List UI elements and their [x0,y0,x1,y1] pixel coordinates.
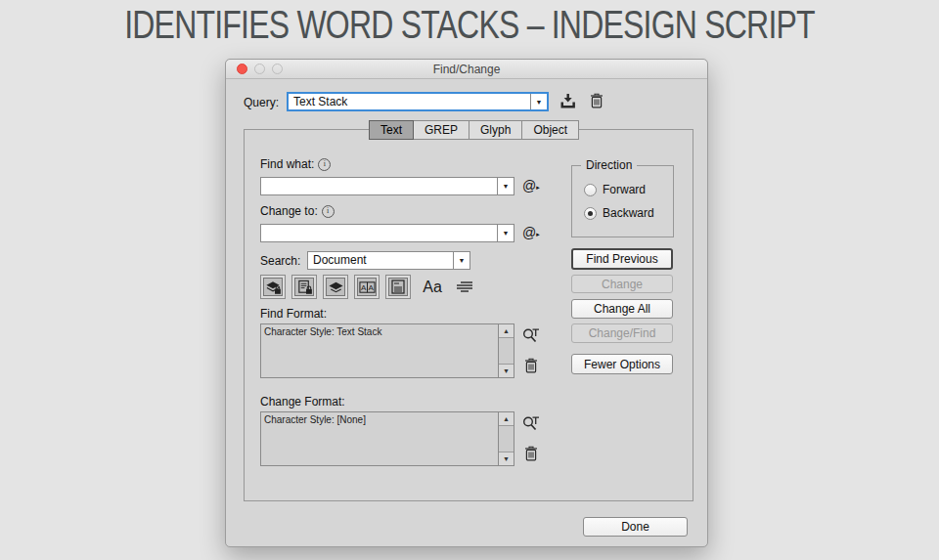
find-what-label: Find what:i [260,157,331,171]
window-title: Find/Change [226,63,707,76]
info-icon: i [318,158,331,171]
radio-backward[interactable]: Backward [584,206,654,220]
include-footnotes-button[interactable] [385,275,411,299]
find-what-label-text: Find what: [260,157,314,171]
change-format-list[interactable]: Character Style: [None] ▲ ▼ [260,411,514,466]
chevron-down-icon[interactable]: ▼ [497,225,514,241]
scroll-up-icon[interactable]: ▲ [499,412,514,426]
scrollbar[interactable]: ▲ ▼ [498,412,514,465]
specify-find-attributes-button[interactable] [521,325,541,347]
include-hidden-layers-button[interactable] [323,275,348,299]
query-dropdown[interactable]: Text Stack ▼ [287,92,549,111]
delete-query-button[interactable] [590,93,604,108]
radio-backward-label: Backward [603,206,654,220]
save-query-icon [558,93,578,110]
search-label: Search: [260,254,300,268]
find-format-value: Character Style: Text Stack [264,326,496,337]
svg-text:A: A [361,282,367,291]
whole-word-icon [455,280,474,294]
flyout-arrow-icon: ▸ [536,184,540,191]
query-value: Text Stack [289,94,530,109]
change-to-value [261,225,497,241]
scroll-up-icon[interactable]: ▲ [499,324,514,338]
page-title: IDENTIFIES WORD STACKS – INDESIGN SCRIPT [104,2,836,48]
query-label: Query: [244,96,279,109]
radio-forward-label: Forward [603,183,646,196]
locked-story-icon [294,278,314,296]
info-icon: i [322,205,335,218]
change-to-input[interactable]: ▼ [260,224,514,242]
find-change-dialog: Find/Change Query: Text Stack ▼ Text GRE… [225,59,708,547]
search-scope-dropdown[interactable]: Document ▼ [307,251,470,270]
direction-legend: Direction [581,158,637,172]
specify-change-attributes-button[interactable] [521,413,541,435]
change-to-label-text: Change to: [260,204,318,218]
scrollbar[interactable]: ▲ ▼ [498,324,514,377]
case-sensitive-button[interactable]: Aa [419,277,446,298]
chevron-down-icon[interactable]: ▼ [453,252,470,269]
fewer-options-button[interactable]: Fewer Options [571,354,673,374]
done-button[interactable]: Done [583,517,688,537]
whole-word-button[interactable] [452,277,477,298]
find-format-list[interactable]: Character Style: Text Stack ▲ ▼ [260,323,514,378]
include-locked-stories-button[interactable] [291,275,317,299]
direction-groupbox: Direction Forward Backward [571,165,674,237]
clear-change-attributes-button[interactable] [524,446,538,461]
change-format-value: Character Style: [None] [264,414,496,425]
find-previous-button[interactable]: Find Previous [571,248,673,270]
find-what-value [261,178,497,194]
tab-grep[interactable]: GREP [413,120,470,140]
window-titlebar[interactable]: Find/Change [226,60,707,79]
special-characters-menu[interactable]: @▸ [522,178,540,194]
tab-glyph[interactable]: Glyph [469,120,522,140]
footnotes-icon [388,278,408,296]
tab-object[interactable]: Object [521,120,579,140]
chevron-down-icon[interactable]: ▼ [530,94,547,109]
find-format-label: Find Format: [260,307,327,321]
search-scope-value: Document [308,252,453,269]
magnifier-text-icon [521,413,541,435]
flyout-arrow-icon: ▸ [536,231,540,237]
change-format-label: Change Format: [260,395,345,409]
case-sensitive-icon: Aa [423,279,442,296]
change-button[interactable]: Change [571,275,673,293]
hidden-layers-icon [326,278,345,296]
change-find-button[interactable]: Change/Find [571,323,673,343]
change-to-label: Change to:i [260,204,335,218]
clear-find-attributes-button[interactable] [524,358,538,373]
trash-icon [524,358,538,373]
magnifier-text-icon [521,325,541,347]
save-query-button[interactable] [558,93,578,110]
scroll-down-icon[interactable]: ▼ [499,452,514,465]
chevron-down-icon[interactable]: ▼ [497,178,514,194]
radio-selected-icon[interactable] [584,207,597,220]
include-master-pages-button[interactable]: A A [354,275,380,299]
include-locked-layers-button[interactable] [260,275,286,299]
master-pages-icon: A A [357,278,377,296]
change-all-button[interactable]: Change All [571,299,673,319]
svg-text:A: A [368,282,374,291]
find-what-input[interactable]: ▼ [260,177,514,195]
at-icon: @ [522,178,536,194]
locked-layers-icon [263,278,283,296]
radio-forward[interactable]: Forward [584,183,646,196]
radio-icon[interactable] [584,184,597,196]
trash-icon [524,446,538,461]
scroll-down-icon[interactable]: ▼ [499,364,514,377]
tab-bar: Text GREP Glyph Object [369,120,579,140]
special-characters-menu[interactable]: @▸ [522,225,540,240]
at-icon: @ [522,225,536,240]
trash-icon [590,93,604,108]
tab-text[interactable]: Text [369,120,414,140]
